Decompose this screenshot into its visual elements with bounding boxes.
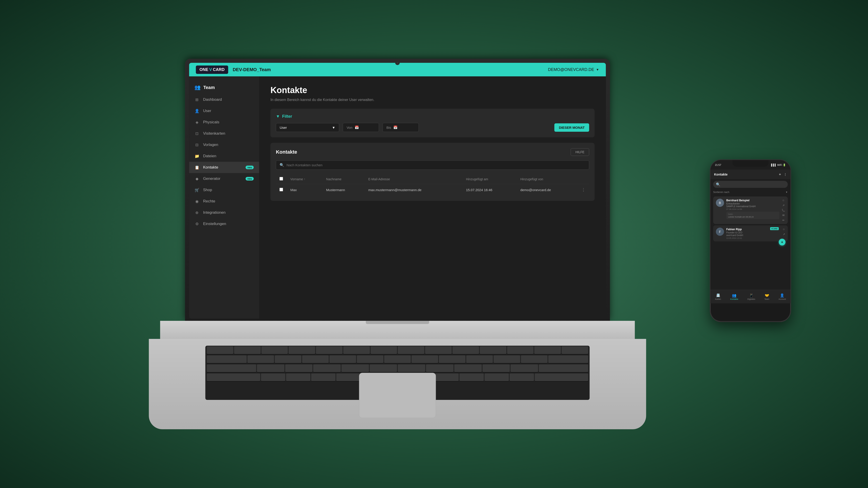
dieser-monat-button[interactable]: DIESER MONAT bbox=[554, 123, 589, 132]
row-action-menu[interactable]: ⋮ bbox=[581, 188, 585, 192]
sidebar-item-einstellungen[interactable]: ⚙ Einstellungen bbox=[189, 218, 259, 230]
sort-icon: ↑ bbox=[304, 177, 305, 181]
phone-note-label-1: Notiz: bbox=[728, 213, 778, 215]
filter-header: ▼ Filter bbox=[276, 114, 589, 119]
col-nachname: Nachname bbox=[322, 174, 365, 184]
phone-contact-info-1: Bernhard Beispiel Einkaufsleiter SAMPLE … bbox=[726, 199, 779, 219]
select-all-checkbox[interactable] bbox=[279, 177, 283, 181]
col-hinzugefuegt-von: Hinzugefügt von bbox=[517, 174, 578, 184]
share-icon-2[interactable]: ↗ bbox=[783, 233, 785, 236]
bis-date-input[interactable]: Bis 📅 bbox=[382, 123, 418, 132]
phone-contact-role-1: Einkaufsleiter bbox=[726, 202, 779, 205]
filter-row: User ▼ Von 📅 Bis 📅 DIESER MON bbox=[276, 123, 589, 132]
logo-one: ONE bbox=[199, 67, 208, 72]
von-label: Von bbox=[346, 126, 352, 129]
phone-nav-karten[interactable]: 📇 Karten bbox=[715, 293, 721, 300]
help-button[interactable]: HILFE bbox=[571, 148, 589, 156]
user-email-display[interactable]: DEMO@ONEVCARD.DE ▼ bbox=[548, 67, 599, 72]
phone-search-bar[interactable]: 🔍 bbox=[713, 181, 788, 188]
dashboard-icon: ⊞ bbox=[194, 97, 199, 102]
phone-nav-account[interactable]: 👤 Account bbox=[778, 293, 786, 300]
phone-search-icon: 🔍 bbox=[716, 182, 720, 187]
cell-added-by: demo@onevcard.de bbox=[517, 184, 578, 196]
phone-sort-label: Sortieren nach bbox=[713, 191, 730, 193]
sidebar-item-shop[interactable]: 🛒 Shop bbox=[189, 184, 259, 196]
sidebar-item-dateien[interactable]: 📁 Dateien bbox=[189, 151, 259, 162]
contacts-section: Kontakte HILFE 🔍 bbox=[270, 143, 594, 201]
cell-date: 15.07.2024 16:46 bbox=[462, 184, 517, 196]
phone-add-icon[interactable]: + bbox=[779, 172, 781, 176]
kontakte-badge: neu bbox=[246, 166, 254, 169]
calendar-bis-icon: 📅 bbox=[393, 125, 398, 129]
kontakte-icon: 📋 bbox=[194, 165, 199, 170]
sidebar-label-rechte: Rechte bbox=[203, 199, 215, 203]
shop-icon: 🛒 bbox=[194, 188, 199, 193]
phone-note-text-1: Letzter Kontakt am 08.08.24 bbox=[728, 216, 778, 218]
logo-v: V bbox=[209, 67, 212, 72]
logo-card: CARD bbox=[213, 67, 224, 72]
digitales-nav-label: Digitales bbox=[747, 298, 755, 300]
col-hinzugefuegt-am: Hinzugefügt am bbox=[462, 174, 517, 184]
cell-email: max.mustermann@mustermann.de bbox=[365, 184, 462, 196]
kontakte-nav-icon: 👥 bbox=[732, 293, 737, 297]
share-icon-1[interactable]: ↗ bbox=[782, 204, 784, 207]
star-icon-2[interactable]: ☆ bbox=[782, 228, 785, 231]
sidebar-label-einstellungen: Einstellungen bbox=[203, 222, 226, 226]
search-input[interactable] bbox=[286, 163, 585, 167]
sidebar-item-user[interactable]: 👤 User bbox=[189, 105, 259, 117]
team-icon: 👥 bbox=[194, 85, 200, 90]
sidebar-item-integrationen[interactable]: ⊕ Integrationen bbox=[189, 207, 259, 218]
kontakte-nav-label: Kontakte bbox=[730, 298, 738, 300]
filter-section: ▼ Filter User ▼ Von 📅 bbox=[270, 109, 594, 137]
phone-contact-card-2[interactable]: F Fabian Ripp Founder & CEO oneVcard Gmb… bbox=[713, 225, 788, 241]
logo-area: ONE V CARD DEV-DEMO_Team bbox=[196, 66, 271, 74]
phone-contact-company-2: oneVcard GmbH bbox=[726, 234, 780, 236]
von-date-input[interactable]: Von 📅 bbox=[343, 123, 379, 132]
phone-menu-icon[interactable]: ⋮ bbox=[784, 173, 787, 176]
user-icon: 👤 bbox=[194, 108, 199, 113]
sidebar-item-visitenkarten[interactable]: ⊡ Visitenkarten bbox=[189, 128, 259, 139]
dateien-icon: 📁 bbox=[194, 154, 199, 159]
phone-fab-button[interactable]: + bbox=[779, 239, 785, 246]
sidebar-item-generator[interactable]: ◆ Generator neu bbox=[189, 173, 259, 184]
content-area: Kontakte In diesem Bereich kannst du die… bbox=[259, 76, 606, 319]
sidebar-item-rechte[interactable]: ◉ Rechte bbox=[189, 196, 259, 207]
sidebar-item-kontakte[interactable]: 📋 Kontakte neu bbox=[189, 162, 259, 173]
user-filter-select[interactable]: User ▼ bbox=[276, 123, 339, 132]
sidebar-item-vorlagen[interactable]: ⊟ Vorlagen bbox=[189, 139, 259, 151]
user-filter-label: User bbox=[280, 126, 287, 129]
edit-icon-1[interactable]: ✏ bbox=[782, 219, 784, 222]
filter-label: Filter bbox=[282, 114, 292, 119]
rechte-icon: ◉ bbox=[194, 199, 199, 204]
filter-dropdown-icon: ▼ bbox=[332, 126, 336, 129]
account-nav-icon: 👤 bbox=[780, 293, 784, 297]
sidebar-label-user: User bbox=[203, 109, 211, 113]
phone-nav-digitales[interactable]: 📱 Digitales bbox=[747, 293, 755, 300]
star-icon-1[interactable]: ☆ bbox=[782, 199, 784, 202]
phone-note-section-1: Notiz: Letzter Kontakt am 08.08.24 bbox=[726, 212, 779, 219]
sidebar-team-header: 👥 Team bbox=[189, 81, 259, 94]
phone-icon-1[interactable]: 📞 bbox=[782, 209, 785, 212]
row-checkbox[interactable] bbox=[279, 188, 283, 191]
email-icon-1[interactable]: ✉ bbox=[782, 214, 784, 217]
phone-sort-arrow[interactable]: ▼ bbox=[785, 191, 788, 193]
sidebar-item-dashboard[interactable]: ⊞ Dashboard bbox=[189, 94, 259, 105]
vorlagen-icon: ⊟ bbox=[194, 142, 199, 147]
logo: ONE V CARD bbox=[196, 66, 228, 74]
phone-contact-card-1[interactable]: B Bernhard Beispiel Einkaufsleiter SAMPL… bbox=[713, 197, 788, 224]
phone-nav-kontakte[interactable]: 👥 Kontakte bbox=[730, 293, 738, 300]
sidebar-label-vorlagen: Vorlagen bbox=[203, 142, 218, 147]
phone-contact-date-1: 07.08.2024 14:56 bbox=[726, 208, 779, 210]
digitales-nav-icon: 📱 bbox=[749, 293, 754, 297]
phone-signal-icons: ▌▌▌ WiFi 🔋 bbox=[771, 163, 786, 166]
phone-header-actions: + ⋮ bbox=[779, 172, 787, 176]
sidebar-team-label: Team bbox=[203, 85, 215, 90]
phone-nav-team[interactable]: 🤝 Team bbox=[765, 293, 770, 300]
contacts-table: Vorname ↑ Nachname E-Mail-Adresse Hinzug… bbox=[276, 174, 589, 195]
search-bar[interactable]: 🔍 bbox=[276, 160, 589, 170]
sidebar-label-integrationen: Integrationen bbox=[203, 210, 225, 215]
phone-bottom-nav: 📇 Karten 👥 Kontakte 📱 Digitales 🤝 Team 👤 bbox=[710, 290, 790, 303]
phone-mockup: 21:57 ▌▌▌ WiFi 🔋 Kontakte + ⋮ 🔍 Sortiere… bbox=[710, 160, 791, 322]
generator-badge: neu bbox=[246, 177, 254, 181]
sidebar-item-physicals[interactable]: ◈ Physicals bbox=[189, 117, 259, 128]
